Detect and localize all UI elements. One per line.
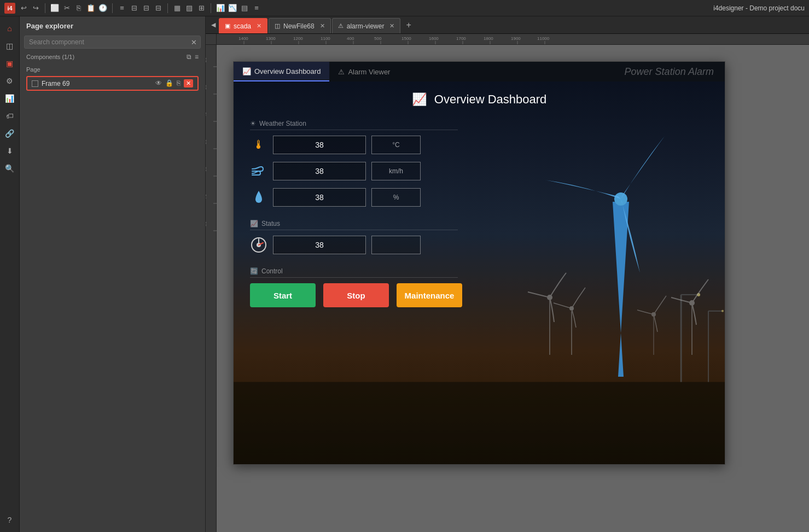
search-input[interactable]	[28, 37, 191, 47]
canvas-content[interactable]: 📈 Overview Dashboard ⚠ Alarm Viewer Powe…	[217, 45, 809, 532]
frame-tab-overview[interactable]: 📈 Overview Dashboard	[234, 62, 329, 81]
frame-checkbox[interactable]	[32, 80, 38, 87]
panel-header: Page explorer	[20, 16, 205, 33]
table-icon[interactable]: ▤	[240, 3, 249, 13]
svg-text:80: 80	[206, 221, 207, 226]
svg-text:40: 40	[206, 112, 207, 117]
list-icon[interactable]: ≡	[252, 3, 261, 13]
grid-icon-3[interactable]: ⊞	[196, 3, 206, 13]
grid-icon-2[interactable]: ▨	[184, 3, 194, 13]
start-button[interactable]: Start	[250, 283, 316, 307]
tab-scada-icon: ▣	[225, 22, 230, 30]
svg-text:1500: 1500	[401, 36, 411, 41]
new-icon[interactable]: ⬜	[50, 3, 60, 13]
control-section-icon: 🔄	[250, 267, 258, 275]
temperature-row: 🌡 38 °C	[250, 136, 708, 154]
align-icon-1[interactable]: ≡	[117, 3, 127, 13]
align-icon-2[interactable]: ⊟	[129, 3, 139, 13]
stop-button[interactable]: Stop	[323, 283, 389, 307]
status-row: 38	[250, 236, 708, 254]
cut-icon[interactable]: ✂	[62, 3, 72, 13]
tab-add-button[interactable]: +	[401, 20, 415, 30]
svg-text:50: 50	[206, 139, 207, 144]
svg-text:1300: 1300	[266, 36, 276, 41]
copy-frame-icon[interactable]: ⎘	[177, 79, 181, 87]
ruler-corner	[206, 34, 217, 45]
sidebar-icon-link[interactable]: 🔗	[2, 126, 18, 141]
dashboard-title-text: Overview Dashboard	[434, 92, 546, 106]
toolbar-separator-1	[45, 3, 45, 13]
tab-scada-close[interactable]: ✕	[257, 22, 261, 30]
sidebar-icon-components[interactable]: ▣	[2, 56, 18, 71]
frame-tab-overview-label: Overview Dashboard	[254, 67, 321, 75]
frame-tab-alarm[interactable]: ⚠ Alarm Viewer	[329, 62, 399, 81]
svg-text:500: 500	[374, 36, 382, 41]
sidebar-icon-layers[interactable]: ◫	[2, 38, 18, 54]
frame-tab-alarm-icon: ⚠	[338, 68, 345, 76]
tab-alarm-close[interactable]: ✕	[389, 22, 394, 30]
temperature-unit: °C	[371, 136, 421, 154]
toolbar-separator-2	[112, 3, 113, 13]
sidebar-icon-home[interactable]: ⌂	[2, 21, 18, 36]
wind-icon	[250, 162, 267, 180]
status-unit	[371, 236, 421, 254]
sidebar-icon-download[interactable]: ⬇	[2, 143, 18, 159]
app-title: i4designer - Demo project docu	[713, 4, 805, 12]
align-icon-4[interactable]: ⊟	[153, 3, 163, 13]
humidity-value: 38	[273, 188, 366, 207]
svg-text:1600: 1600	[429, 36, 439, 41]
svg-text:1800: 1800	[484, 36, 493, 41]
grid-icon-1[interactable]: ▦	[172, 3, 182, 13]
left-panel: Page explorer ✕ Components (1/1) ⧉ ≡ Pag…	[20, 16, 206, 532]
svg-text:1100: 1100	[321, 36, 330, 41]
control-section-title: 🔄 Control	[250, 267, 458, 278]
undo-icon[interactable]: ↩	[19, 3, 28, 13]
svg-text:1400: 1400	[238, 36, 248, 41]
clear-search-icon[interactable]: ✕	[191, 38, 197, 46]
tab-collapse-button[interactable]: ◀	[208, 20, 219, 31]
page-section: Page Frame 69 👁 🔒 ⎘ ✕	[20, 63, 205, 93]
page-section-label: Page	[26, 66, 199, 73]
toolbar-icons: ↩ ↪ ⬜ ✂ ⎘ 📋 🕐 ≡ ⊟ ⊟ ⊟ ▦ ▨ ⊞ 📊 📉 ▤ ≡	[19, 3, 261, 13]
dashboard-title: 📈 Overview Dashboard	[250, 92, 708, 107]
components-count-label: Components (1/1)	[26, 54, 74, 60]
expand-all-icon[interactable]: ⧉	[187, 53, 191, 61]
tab-alarm-label: alarm-viewer	[347, 22, 385, 30]
frame-actions: 👁 🔒 ⎘ ✕	[155, 79, 193, 87]
chart-toolbar-icon[interactable]: 📊	[216, 3, 225, 13]
delete-frame-icon[interactable]: ✕	[184, 79, 193, 87]
tab-scada[interactable]: ▣ scada ✕	[219, 18, 267, 33]
history-icon[interactable]: 🕐	[98, 3, 108, 13]
collapse-all-icon[interactable]: ≡	[195, 53, 199, 61]
tab-alarm-viewer[interactable]: ⚠ alarm-viewer ✕	[332, 18, 401, 33]
frame-item[interactable]: Frame 69 👁 🔒 ⎘ ✕	[26, 76, 199, 91]
sidebar-icon-settings[interactable]: ⚙	[2, 73, 18, 89]
status-value: 38	[273, 236, 366, 254]
control-section-label: Control	[261, 267, 283, 275]
paste-icon[interactable]: 📋	[86, 3, 96, 13]
redo-icon[interactable]: ↪	[31, 3, 40, 13]
eye-icon[interactable]: 👁	[155, 79, 162, 87]
sidebar-icon-tag[interactable]: 🏷	[2, 108, 18, 124]
ruler-horizontal: 1400 1300 1200 1100 400 500 1500 1600 17…	[217, 34, 809, 45]
svg-text:11000: 11000	[537, 36, 550, 41]
wind-row: 38 km/h	[250, 162, 708, 180]
maintenance-button[interactable]: Maintenance	[397, 283, 462, 307]
sidebar-icon-search[interactable]: 🔍	[2, 161, 18, 176]
align-icon-3[interactable]: ⊟	[141, 3, 151, 13]
lock-icon[interactable]: 🔒	[165, 79, 173, 87]
sidebar-icon-chart[interactable]: 📊	[2, 91, 18, 106]
dashboard-content: 📈 Overview Dashboard ☀ Weather Station	[234, 81, 725, 464]
status-section-icon: 📈	[250, 220, 258, 227]
svg-text:1200: 1200	[293, 36, 303, 41]
canvas-inner: 📈 Overview Dashboard ⚠ Alarm Viewer Powe…	[217, 45, 809, 532]
sidebar-icon-help[interactable]: ?	[2, 512, 18, 528]
bar-icon[interactable]: 📉	[228, 3, 237, 13]
tab-newfile[interactable]: ◫ NewFile68 ✕	[269, 18, 331, 33]
copy-icon[interactable]: ⎘	[74, 3, 84, 13]
tab-newfile-close[interactable]: ✕	[320, 22, 325, 30]
svg-text:30: 30	[206, 85, 207, 90]
temperature-value: 38	[273, 136, 366, 154]
search-bar[interactable]: ✕	[24, 36, 201, 49]
weather-section-icon: ☀	[250, 120, 256, 127]
